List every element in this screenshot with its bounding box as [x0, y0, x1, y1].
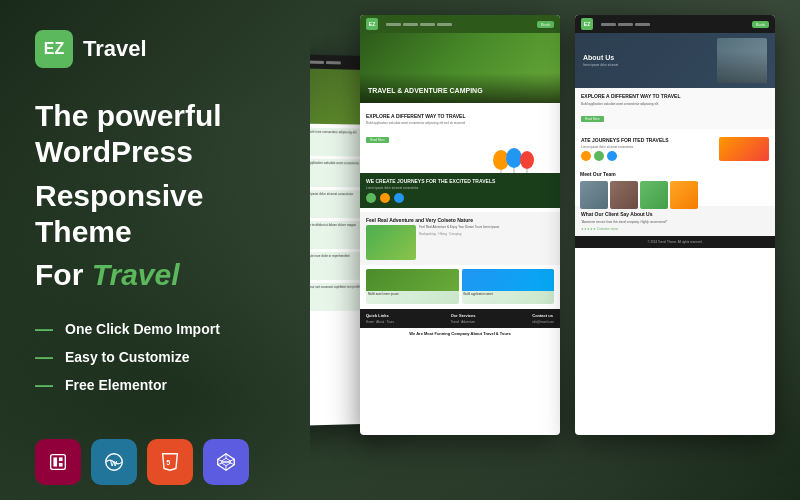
feature-label-2: Easy to Customize	[65, 349, 189, 365]
screen-main-explore-section: EXPLORE A DIFFERENT WAY TO TRAVEL Build …	[366, 109, 554, 148]
screen-right-journey-desc: Lorem ipsum dolor sit amet consectetur	[581, 145, 715, 149]
screen-main-explore-btn[interactable]: Read More	[366, 137, 389, 143]
screen-main-nav-btn: Book	[537, 21, 554, 28]
screen-main-footer-cols: Quick Links Home · About · Tours Our Ser…	[366, 313, 554, 324]
screen-main-journeys-text: Lorem ipsum dolor sit amet consectetur	[366, 186, 554, 190]
screen-right-logo: EZ	[581, 18, 593, 30]
screen-main-adventure-img	[366, 225, 416, 260]
main-heading-line2: Responsive Theme	[35, 178, 265, 250]
screen-main-adventure-sub: Backpacking · Hiking · Camping	[419, 232, 554, 236]
screen-right: EZ Book About Us lorem ipsum dolor sit a…	[575, 15, 775, 435]
screen-right-team-card-4	[670, 181, 698, 209]
screen-right-review-title: What Our Client Say About Us	[581, 211, 769, 217]
svg-text:W: W	[110, 459, 117, 468]
screen-card-text-1: Mollit aute lorem ipsum	[366, 291, 459, 299]
html5-icon: 5	[147, 439, 193, 485]
main-heading-line3: For Travel	[35, 258, 265, 292]
screen-right-journey-img	[719, 137, 769, 161]
tech-icons-row: W 5	[35, 439, 265, 485]
screen-right-footer: © 2024 Travel Theme. All rights reserved…	[575, 236, 775, 248]
screen-main-hero: TRAVEL & ADVENTURE CAMPING	[360, 33, 560, 103]
screen-main-footer-col-1: Quick Links Home · About · Tours	[366, 313, 394, 324]
screen-right-team-card-3	[640, 181, 668, 209]
screen-card-text-2: Build application amet	[462, 291, 555, 299]
screen-card-2: Build application amet	[462, 269, 555, 304]
screen-right-explore-text: Build application calculate amet consect…	[581, 102, 769, 106]
screen-main-nav-dots	[386, 23, 452, 26]
screen-main-footer-text-2: Travel · Adventure	[451, 320, 476, 324]
screen-right-review-stars: ★★★★★ Customer name	[581, 227, 769, 231]
screen-main-footer-col-3: Contact us info@travel.com	[532, 313, 554, 324]
screen-right-explore: EXPLORE A DIFFERENT WAY TO TRAVEL Build …	[575, 88, 775, 129]
wordpress-icon: W	[91, 439, 137, 485]
screen-main-adventure-content: Feel Real Adventure & Enjoy Your Dream T…	[366, 225, 554, 260]
screen-right-explore-btn[interactable]: Read More	[581, 116, 604, 122]
feature-label-1: One Click Demo Import	[65, 321, 220, 337]
screen-right-nav-btn: Book	[752, 21, 769, 28]
screen-right-journey-title: ATE JOURNEYS FOR ITED TRAVELS	[581, 137, 715, 143]
screen-right-team: Meet Our Team	[575, 166, 775, 206]
screen-main-adventure-text-col: Feel Real Adventure & Enjoy Your Dream T…	[419, 225, 554, 260]
svg-rect-2	[59, 457, 63, 461]
screen-right-journey: ATE JOURNEYS FOR ITED TRAVELS Lorem ipsu…	[575, 132, 775, 166]
screen-right-review-text: "Awesome service from this travel compan…	[581, 220, 769, 225]
screen-main-logo: EZ	[366, 18, 378, 30]
screen-right-journey-text: ATE JOURNEYS FOR ITED TRAVELS Lorem ipsu…	[581, 137, 715, 161]
screen-right-about-hero-text-wrap: About Us lorem ipsum dolor sit amet	[583, 54, 717, 67]
screen-main-adventure-text: Feel Real Adventure & Enjoy Your Dream T…	[419, 225, 554, 230]
svg-rect-1	[53, 457, 57, 466]
screen-main-navbar: EZ Book	[360, 15, 560, 33]
feature-item-1: — One Click Demo Import	[35, 320, 265, 338]
logo-text: Travel	[83, 36, 147, 62]
screen-main-explore-title: EXPLORE A DIFFERENT WAY TO TRAVEL	[366, 113, 554, 119]
screen-right-team-card-2	[610, 181, 638, 209]
screen-main-footer: Quick Links Home · About · Tours Our Ser…	[360, 309, 560, 328]
screen-main-footer-label-2: Our Services	[451, 313, 476, 318]
screen-right-team-cards	[580, 181, 770, 209]
screen-main-footer-text-1: Home · About · Tours	[366, 320, 394, 324]
screen-main-footer-col-2: Our Services Travel · Adventure	[451, 313, 476, 324]
screen-main-footer-label-3: Contact us	[532, 313, 554, 318]
screen-main-hero-text: TRAVEL & ADVENTURE CAMPING	[368, 86, 483, 95]
logo-row: EZ Travel	[35, 30, 265, 68]
screen-card-img-1	[366, 269, 459, 291]
screen-right-about-hero: About Us lorem ipsum dolor sit amet	[575, 33, 775, 88]
content-wrapper: EZ Travel The powerful WordPress Respons…	[0, 0, 800, 500]
screen-right-navbar: EZ Book	[575, 15, 775, 33]
screen-right-about-img	[717, 38, 767, 83]
feature-dash-1: —	[35, 320, 53, 338]
screen-card-1: Mollit aute lorem ipsum	[366, 269, 459, 304]
svg-point-17	[520, 151, 534, 169]
main-heading-line1: The powerful WordPress	[35, 98, 265, 170]
screen-right-team-card-1	[580, 181, 608, 209]
logo-badge: EZ	[35, 30, 73, 68]
screen-main-funning-text: We Are Most Funning Company About Travel…	[366, 331, 554, 336]
screen-main-adventure-title: Feel Real Adventure and Very Colseto Nat…	[366, 217, 554, 223]
feature-label-3: Free Elementor	[65, 377, 167, 393]
screen-main-cards: Mollit aute lorem ipsum Build applicatio…	[366, 269, 554, 304]
for-prefix: For	[35, 258, 92, 291]
screen-main-footer-text-3: info@travel.com	[532, 320, 554, 324]
screen-main-progress-icons	[366, 193, 554, 203]
screen-main-balloon-area	[366, 148, 554, 173]
screen-main-adventure-section: Feel Real Adventure and Very Colseto Nat…	[360, 212, 560, 265]
screen-main-explore-text: Build application calculate amet consect…	[366, 121, 554, 125]
screen-main-journeys-title: WE CREATE JOURNEYS FOR THE EXCITED TRAVE…	[366, 178, 554, 184]
svg-rect-0	[51, 455, 66, 470]
elementor-icon	[35, 439, 81, 485]
screen-main-journeys-section: WE CREATE JOURNEYS FOR THE EXCITED TRAVE…	[360, 173, 560, 208]
feature-item-2: — Easy to Customize	[35, 348, 265, 366]
travel-accent: Travel	[92, 258, 180, 291]
feature-item-3: — Free Elementor	[35, 376, 265, 394]
svg-marker-8	[221, 458, 230, 465]
svg-rect-3	[59, 463, 63, 467]
feature-list: — One Click Demo Import — Easy to Custom…	[35, 320, 265, 404]
right-panel: EZ Blogs Mollit aute irure	[310, 0, 800, 500]
screen-right-explore-title: EXPLORE A DIFFERENT WAY TO TRAVEL	[581, 93, 769, 99]
screen-left-nav-dots	[310, 59, 341, 64]
screen-right-team-title: Meet Our Team	[580, 171, 770, 177]
screen-right-review: What Our Client Say About Us "Awesome se…	[575, 206, 775, 236]
screen-right-footer-text: © 2024 Travel Theme. All rights reserved…	[581, 240, 769, 244]
svg-point-16	[506, 148, 522, 168]
screen-main-funning: We Are Most Funning Company About Travel…	[366, 328, 554, 339]
